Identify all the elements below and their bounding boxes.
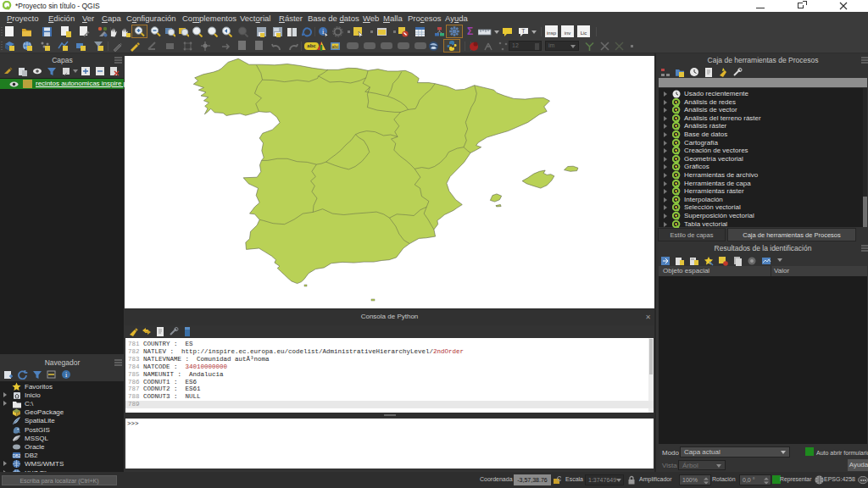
svg-text:abc: abc xyxy=(331,44,339,49)
svg-text:DB2: DB2 xyxy=(13,453,21,458)
svg-text:T: T xyxy=(521,28,526,34)
